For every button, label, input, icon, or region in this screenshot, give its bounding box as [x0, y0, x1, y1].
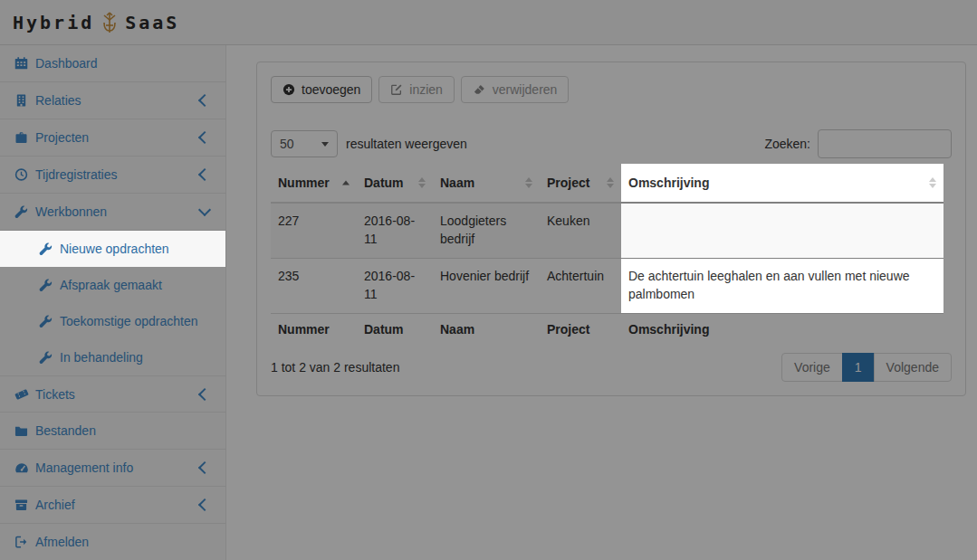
- column-header-omschrijving[interactable]: Omschrijving: [621, 164, 943, 203]
- sort-both-icon: [929, 177, 936, 188]
- cell-omschrijving: De achtertuin leeghalen en aan vullen me…: [621, 258, 943, 313]
- sidebar-item-nieuwe-opdrachten[interactable]: Nieuwe opdrachten: [0, 231, 225, 267]
- cell-omschrijving: [621, 203, 943, 258]
- sidebar-item-label: Nieuwe opdrachten: [60, 242, 169, 256]
- wrench-icon: [38, 242, 53, 256]
